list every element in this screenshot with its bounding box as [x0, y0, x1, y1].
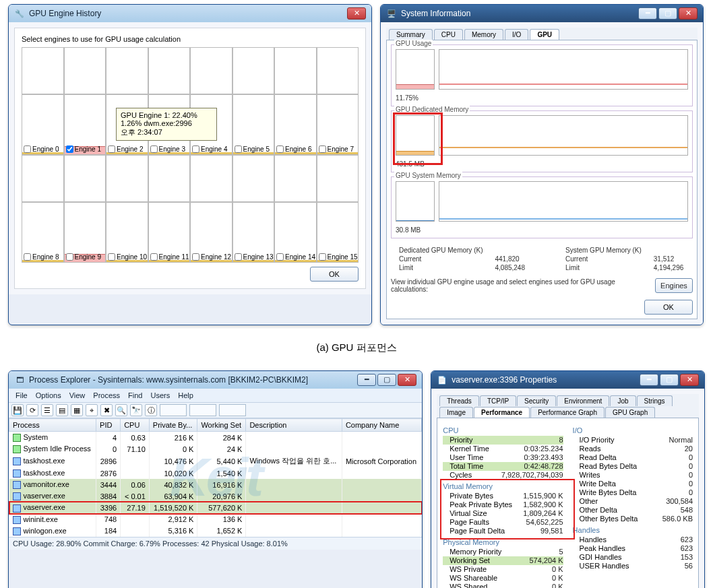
- engines-button[interactable]: Engines: [655, 278, 693, 293]
- tab-environment[interactable]: Environment: [557, 395, 609, 406]
- engine-cell-15[interactable]: Engine 15: [317, 202, 359, 263]
- table-row[interactable]: winlogon.exe1845,316 K1,652 K: [9, 525, 422, 537]
- column-header[interactable]: Working Set: [197, 419, 246, 432]
- tab-performance[interactable]: Performance: [474, 407, 530, 418]
- engine-cell-11[interactable]: Engine 11: [148, 202, 191, 263]
- tab-security[interactable]: Security: [517, 395, 556, 406]
- table-row[interactable]: taskhost.exe287610,020 K1,540 K: [9, 467, 422, 479]
- engine-checkbox-9[interactable]: [66, 253, 73, 261]
- engine-checkbox-3[interactable]: [150, 145, 158, 153]
- kill-icon[interactable]: ✖: [100, 404, 113, 416]
- cell-pid: 3444: [96, 479, 121, 490]
- titlebar[interactable]: 🔧 GPU Engine History ✕: [9, 5, 371, 22]
- engine-checkbox-13[interactable]: [235, 253, 242, 261]
- table-row[interactable]: vaserver.exe3884< 0.0163,904 K20,976 K: [9, 490, 422, 502]
- menu-find[interactable]: Find: [124, 390, 146, 401]
- minimize-icon[interactable]: ━: [638, 7, 657, 20]
- window-title: System Information: [401, 9, 638, 18]
- maximize-icon[interactable]: ▢: [377, 374, 396, 386]
- column-header[interactable]: Company Name: [342, 419, 421, 432]
- engine-cell-10[interactable]: Engine 10: [106, 202, 148, 263]
- engine-cell-0[interactable]: Engine 0: [22, 94, 64, 155]
- table-row[interactable]: System Idle Process071.100 K24 K: [9, 443, 422, 455]
- refresh-icon[interactable]: ⟳: [26, 404, 38, 416]
- cell-pid: 3884: [96, 490, 121, 502]
- binoculars-icon[interactable]: 🔭: [130, 404, 142, 416]
- tab-gpu[interactable]: GPU: [530, 29, 559, 40]
- titlebar[interactable]: 📄 vaserver.exe:3396 Properties ━ ▢ ✕: [431, 371, 704, 389]
- engine-checkbox-7[interactable]: [319, 145, 326, 153]
- table-row[interactable]: taskhost.exe289610,476 K5,440 KWindows 작…: [9, 455, 422, 467]
- column-header[interactable]: PID: [96, 419, 121, 432]
- tree-icon[interactable]: ☰: [41, 404, 53, 416]
- engine-checkbox-11[interactable]: [150, 253, 158, 261]
- save-icon[interactable]: 💾: [11, 404, 24, 416]
- menu-process[interactable]: Process: [89, 390, 124, 401]
- engine-checkbox-14[interactable]: [276, 253, 284, 261]
- menu-help[interactable]: Help: [174, 390, 197, 401]
- engine-checkbox-2[interactable]: [108, 145, 115, 153]
- column-header[interactable]: CPU: [121, 419, 150, 432]
- engine-checkbox-8[interactable]: [24, 253, 31, 261]
- engine-checkbox-12[interactable]: [192, 253, 199, 261]
- system-information-window: 🖥️ System Information ━ ▢ ✕ SummaryCPUMe…: [380, 4, 704, 325]
- tab-tcp-ip[interactable]: TCP/IP: [480, 395, 516, 406]
- maximize-icon[interactable]: ▢: [660, 374, 679, 386]
- tab-performance-graph[interactable]: Performance Graph: [530, 407, 604, 418]
- engine-cell-9[interactable]: Engine 9: [64, 202, 106, 263]
- engine-cell-14[interactable]: Engine 14: [274, 202, 317, 263]
- engine-cell-12[interactable]: Engine 12: [190, 202, 232, 263]
- engine-checkbox-6[interactable]: [276, 145, 284, 153]
- tab-strings[interactable]: Strings: [637, 395, 673, 406]
- tab-summary[interactable]: Summary: [389, 29, 433, 40]
- close-icon[interactable]: ✕: [679, 7, 698, 20]
- table-row[interactable]: vamonitor.exe34440.0640,832 K16,916 K: [9, 479, 422, 490]
- tab-image[interactable]: Image: [439, 407, 473, 418]
- process-table[interactable]: ProcessPIDCPUPrivate By...Working SetDes…: [9, 418, 422, 537]
- minimize-icon[interactable]: ━: [357, 374, 376, 386]
- tab-threads[interactable]: Threads: [439, 395, 479, 406]
- close-icon[interactable]: ✕: [398, 374, 416, 386]
- engine-cell-13[interactable]: Engine 13: [232, 202, 275, 263]
- ok-button[interactable]: OK: [310, 267, 359, 282]
- tab-cpu[interactable]: CPU: [434, 29, 463, 40]
- tab-job[interactable]: Job: [610, 395, 636, 406]
- engine-checkbox-0[interactable]: [24, 145, 31, 153]
- engine-cell-7[interactable]: Engine 7: [317, 94, 359, 155]
- tab-memory[interactable]: Memory: [464, 29, 503, 40]
- menu-view[interactable]: View: [65, 390, 90, 401]
- menu-file[interactable]: File: [11, 390, 32, 401]
- target-icon[interactable]: ⌖: [86, 404, 98, 416]
- table-row[interactable]: System40.63216 K284 K: [9, 432, 422, 444]
- engine-checkbox-5[interactable]: [235, 145, 242, 153]
- table-row[interactable]: wininit.exe7482,912 K136 K: [9, 514, 422, 525]
- column-header[interactable]: Process: [9, 419, 96, 432]
- engine-checkbox-1[interactable]: [66, 145, 73, 153]
- handles-icon[interactable]: ▦: [71, 404, 83, 416]
- column-header[interactable]: Private By...: [149, 419, 197, 432]
- engine-cell-5[interactable]: Engine 5: [232, 94, 275, 155]
- engine-checkbox-4[interactable]: [192, 145, 199, 153]
- table-row[interactable]: vaserver.exe339627.191,519,520 K577,620 …: [9, 502, 422, 513]
- ok-button[interactable]: OK: [644, 300, 693, 315]
- column-header[interactable]: Description: [246, 419, 342, 432]
- engine-cell-8[interactable]: Engine 8: [22, 202, 64, 263]
- engine-cell-6[interactable]: Engine 6: [274, 94, 317, 155]
- maximize-icon[interactable]: ▢: [658, 7, 677, 20]
- sysinfo-icon[interactable]: ⓘ: [145, 404, 157, 416]
- engine-checkbox-10[interactable]: [108, 253, 115, 261]
- dlls-icon[interactable]: ▤: [56, 404, 68, 416]
- engine-checkbox-15[interactable]: [319, 253, 326, 261]
- tab-gpu-graph[interactable]: GPU Graph: [605, 407, 655, 418]
- titlebar[interactable]: 🗔 Process Explorer - Sysinternals: www.s…: [9, 371, 422, 389]
- minimize-icon[interactable]: ━: [640, 374, 658, 386]
- close-icon[interactable]: ✕: [680, 374, 699, 386]
- close-icon[interactable]: ✕: [347, 7, 366, 20]
- menu-options[interactable]: Options: [32, 390, 65, 401]
- menu-users[interactable]: Users: [146, 390, 174, 401]
- cpu-minichart: [160, 404, 187, 416]
- tab-i/o[interactable]: I/O: [505, 29, 528, 40]
- find-icon[interactable]: 🔍: [115, 404, 127, 416]
- engine-cell-1[interactable]: Engine 1: [64, 94, 106, 155]
- titlebar[interactable]: 🖥️ System Information ━ ▢ ✕: [381, 5, 703, 22]
